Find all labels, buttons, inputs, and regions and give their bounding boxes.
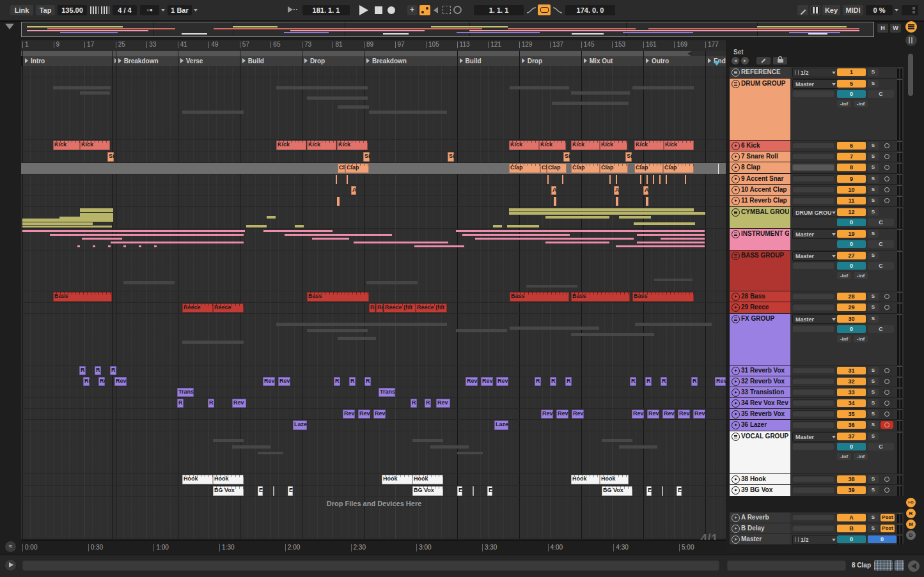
clip-clap[interactable]: Clap [345,164,369,173]
input-routing-slot[interactable] [792,175,834,181]
track-play-icon[interactable] [732,142,740,150]
group-volume[interactable]: 0 [837,240,866,248]
clip-r[interactable]: R [110,366,116,375]
track-number[interactable]: 11 [837,197,866,204]
clip-tick[interactable] [562,175,563,184]
clip-re[interactable]: Re [83,377,90,386]
track-number[interactable]: 34 [837,399,866,407]
clip-sn[interactable]: Sn [625,152,632,162]
track-number[interactable]: 10 [837,186,866,194]
history-back-button[interactable]: ◂ [732,57,739,65]
input-routing-slot[interactable] [792,367,834,373]
clip-r[interactable]: R [79,366,86,375]
clip-reece[interactable]: Reece [182,304,213,312]
arrangement-clip-area[interactable]: 1917253341495765738189971051131211291371… [21,0,726,577]
track-play-icon[interactable] [732,164,740,172]
clip-rev[interactable]: Rev [232,399,246,408]
hook-lane[interactable] [21,485,726,486]
solo-button[interactable]: S [868,293,879,300]
solo-button[interactable]: S [868,142,879,150]
track-header-a-reverb[interactable]: A Reverb [730,512,790,523]
clip-sn[interactable]: Sn [563,152,570,162]
group-pan[interactable]: C [868,219,894,226]
cue-headphones-button[interactable] [881,421,893,429]
track-number[interactable]: 37 [837,433,866,440]
clip-trans[interactable]: Trans [379,388,395,397]
instrument-group-lane[interactable] [21,250,726,250]
track-play-icon[interactable] [732,514,740,522]
track-play-icon[interactable] [732,186,740,194]
clip-hook[interactable]: Hook [382,475,412,484]
clip-tick[interactable] [337,197,340,206]
bar-number[interactable]: 57 [240,42,249,48]
cue-headphones-button[interactable] [881,164,893,171]
clip-tick[interactable] [653,175,654,184]
clip-a[interactable]: A [551,186,556,195]
track-play-icon[interactable] [732,475,740,484]
clip-rev[interactable]: Rev [678,410,690,419]
clip-e[interactable]: E [487,486,492,496]
clip-hook[interactable]: Hook [600,475,629,484]
bass-lane[interactable] [21,302,726,303]
clip-reece-filt[interactable]: Reece (filt [416,304,447,312]
bar-number[interactable]: 153 [612,42,625,48]
cue-headphones-button[interactable] [881,367,893,374]
clip-laze[interactable]: Laze [494,420,508,430]
track-number[interactable]: 30 [837,315,866,323]
solo-button[interactable]: S [868,399,879,407]
reverb-vox-31-lane[interactable] [21,376,726,376]
meter-peak-right[interactable]: -inf [854,100,868,107]
bar-number[interactable]: 9 [54,42,60,48]
track-number[interactable]: 6 [837,142,866,150]
clip-a[interactable]: A [351,186,356,195]
clip-kick[interactable]: Kick [509,141,539,150]
clip-r[interactable]: R [334,377,340,386]
bar-number[interactable]: 169 [674,42,687,48]
post-toggle[interactable]: Post [881,525,895,532]
clip-kick[interactable]: Kick [80,141,110,150]
bar-number[interactable]: 1 [22,42,29,48]
reverb-vox-35-lane[interactable] [21,419,726,420]
cue-headphones-button[interactable] [881,153,893,160]
meter-peak-left[interactable]: -inf [837,335,851,342]
clip-rev[interactable]: Rev [373,410,386,419]
bass-group-lane[interactable] [21,291,726,291]
clip[interactable] [273,486,274,496]
return-letter[interactable]: B [837,525,866,532]
track-number[interactable]: 35 [837,410,866,418]
bar-number[interactable]: 73 [302,42,311,48]
track-header-b-delay[interactable]: B Delay [730,523,790,534]
arrangement-mixer-toggle[interactable] [905,21,917,33]
solo-button[interactable]: S [868,304,879,311]
clip-kick[interactable]: Kick [571,141,600,150]
track-header-29-reece[interactable]: 29 Reece [730,302,790,313]
clip-r[interactable]: R [691,377,698,386]
return-letter[interactable]: A [837,514,866,521]
vocal-group-lane[interactable] [21,473,726,474]
solo-button[interactable]: S [868,389,879,396]
clip-kick[interactable]: Kick [634,141,664,150]
group-pan[interactable]: C [868,325,894,333]
output-routing-menu[interactable]: Master [792,251,838,261]
clip-r[interactable]: R [364,377,371,386]
output-routing-menu[interactable]: Master [792,229,838,239]
group-volume[interactable]: 0 [837,262,866,270]
locator-build[interactable]: Build [240,56,302,66]
track-header-reference[interactable]: REFERENCE [730,67,790,78]
input-routing-slot[interactable] [792,261,834,269]
track-header-33-transistion[interactable]: 33 Transistion [730,387,790,397]
mixer-section-toggle[interactable]: M [906,519,916,529]
output-routing-menu[interactable]: DRUM GROU [792,208,838,217]
output-routing-menu[interactable]: Master [792,432,838,442]
clip-rev[interactable]: Rev [662,410,675,419]
clip[interactable] [473,486,474,496]
locator-outro[interactable]: Outro [643,56,705,66]
clip-rev[interactable]: Rev [693,410,705,419]
track-play-icon[interactable] [732,421,740,429]
time-beat-toggle-icon[interactable]: ≈ [5,541,16,552]
solo-button[interactable]: S [868,175,879,183]
solo-button[interactable]: S [868,186,879,194]
clip-rev[interactable]: Rev [647,410,659,419]
bar-number[interactable]: 25 [116,42,125,48]
solo-button[interactable]: S [868,525,879,532]
